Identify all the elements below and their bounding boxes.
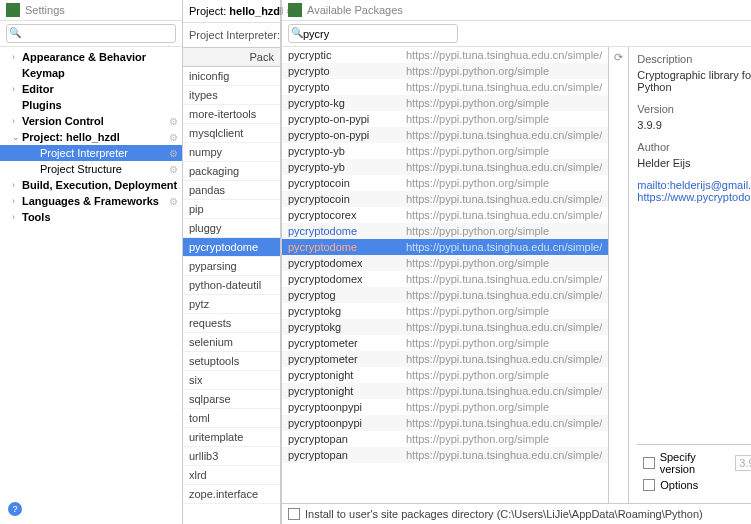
installed-package-row[interactable]: toml (183, 409, 280, 428)
settings-search-row: 🔍 (0, 21, 182, 47)
result-row[interactable]: pycryptometerhttps://pypi.python.org/sim… (282, 335, 608, 351)
installed-package-row[interactable]: uritemplate (183, 428, 280, 447)
author-email-link[interactable]: mailto:helderijs@gmail.com (637, 179, 751, 191)
installed-package-row[interactable]: pluggy (183, 219, 280, 238)
settings-title: Settings (25, 4, 65, 16)
result-row[interactable]: pycryptoonpypihttps://pypi.tuna.tsinghua… (282, 415, 608, 431)
installed-package-row[interactable]: pip (183, 200, 280, 219)
result-url: https://pypi.tuna.tsinghua.edu.cn/simple… (406, 273, 602, 285)
tree-item-project-structure[interactable]: Project Structure⚙ (0, 161, 182, 177)
tree-item-editor[interactable]: ›Editor (0, 81, 182, 97)
installed-package-row[interactable]: pytz (183, 295, 280, 314)
result-url: https://pypi.tuna.tsinghua.edu.cn/simple… (406, 161, 602, 173)
result-row[interactable]: pycryptohttps://pypi.tuna.tsinghua.edu.c… (282, 79, 608, 95)
result-url: https://pypi.tuna.tsinghua.edu.cn/simple… (406, 129, 602, 141)
result-row[interactable]: pycryptodomexhttps://pypi.python.org/sim… (282, 255, 608, 271)
result-url: https://pypi.python.org/simple (406, 177, 602, 189)
available-search-input[interactable] (288, 24, 458, 43)
result-row[interactable]: pycrypto-on-pypihttps://pypi.python.org/… (282, 111, 608, 127)
installed-package-row[interactable]: urllib3 (183, 447, 280, 466)
specify-version-input[interactable] (735, 455, 751, 471)
install-options: Specify version Options (637, 444, 751, 497)
result-name: pycryptodomex (288, 257, 406, 269)
result-name: pycryptocoin (288, 193, 406, 205)
installed-package-row[interactable]: mysqlclient (183, 124, 280, 143)
help-icon[interactable]: ? (8, 502, 22, 516)
tree-item-plugins[interactable]: Plugins (0, 97, 182, 113)
result-row[interactable]: pycryptometerhttps://pypi.tuna.tsinghua.… (282, 351, 608, 367)
installed-package-row[interactable]: pycryptodome (183, 238, 280, 257)
result-name: pycryptokg (288, 321, 406, 333)
tree-item-project-hello-hzdl[interactable]: ⌄Project: hello_hzdl⚙ (0, 129, 182, 145)
installed-package-row[interactable]: pandas (183, 181, 280, 200)
installed-package-row[interactable]: xlrd (183, 466, 280, 485)
tree-item-label: Build, Execution, Deployment (22, 179, 178, 191)
result-row[interactable]: pycryptodomehttps://pypi.python.org/simp… (282, 223, 608, 239)
version-value: 3.9.9 (637, 119, 751, 131)
results-list[interactable]: pycryptichttps://pypi.tuna.tsinghua.edu.… (282, 47, 609, 503)
tree-item-label: Project Interpreter (40, 147, 167, 159)
installed-package-row[interactable]: itypes (183, 86, 280, 105)
installed-package-row[interactable]: python-dateutil (183, 276, 280, 295)
tree-item-appearance-behavior[interactable]: ›Appearance & Behavior (0, 49, 182, 65)
result-name: pycryptodome (288, 241, 406, 253)
result-row[interactable]: pycryptoonpypihttps://pypi.python.org/si… (282, 399, 608, 415)
installed-package-row[interactable]: packaging (183, 162, 280, 181)
result-row[interactable]: pycrypto-kghttps://pypi.python.org/simpl… (282, 95, 608, 111)
installed-package-row[interactable]: setuptools (183, 352, 280, 371)
result-row[interactable]: pycryptodomexhttps://pypi.tuna.tsinghua.… (282, 271, 608, 287)
installed-package-row[interactable]: more-itertools (183, 105, 280, 124)
tree-item-build-execution-deployment[interactable]: ›Build, Execution, Deployment (0, 177, 182, 193)
result-row[interactable]: pycryptichttps://pypi.tuna.tsinghua.edu.… (282, 47, 608, 63)
result-name: pycryptodome (288, 225, 406, 237)
installed-package-row[interactable]: six (183, 371, 280, 390)
result-row[interactable]: pycrypto-ybhttps://pypi.tuna.tsinghua.ed… (282, 159, 608, 175)
chevron-icon: › (12, 180, 22, 190)
result-row[interactable]: pycrypto-ybhttps://pypi.python.org/simpl… (282, 143, 608, 159)
install-user-checkbox[interactable] (288, 508, 300, 520)
install-user-row: Install to user's site packages director… (282, 503, 751, 524)
tree-item-project-interpreter[interactable]: Project Interpreter⚙ (0, 145, 182, 161)
result-row[interactable]: pycryptopanhttps://pypi.python.org/simpl… (282, 431, 608, 447)
options-checkbox[interactable] (643, 479, 655, 491)
result-url: https://pypi.python.org/simple (406, 433, 602, 445)
refresh-icon[interactable]: ⟳ (614, 51, 623, 63)
tree-item-languages-frameworks[interactable]: ›Languages & Frameworks⚙ (0, 193, 182, 209)
result-name: pycryptog (288, 289, 406, 301)
result-name: pycryptoonpypi (288, 401, 406, 413)
installed-package-row[interactable]: numpy (183, 143, 280, 162)
specify-version-checkbox[interactable] (643, 457, 654, 469)
result-row[interactable]: pycryptocoinhttps://pypi.python.org/simp… (282, 175, 608, 191)
result-row[interactable]: pycryptonighthttps://pypi.python.org/sim… (282, 367, 608, 383)
result-row[interactable]: pycryptohttps://pypi.python.org/simple (282, 63, 608, 79)
installed-package-row[interactable]: zope.interface (183, 485, 280, 504)
result-row[interactable]: pycryptopanhttps://pypi.tuna.tsinghua.ed… (282, 447, 608, 463)
result-row[interactable]: pycryptocorexhttps://pypi.tuna.tsinghua.… (282, 207, 608, 223)
tree-item-tools[interactable]: ›Tools (0, 209, 182, 225)
settings-search-input[interactable] (6, 24, 176, 43)
available-packages-dialog: Available Packages 🔍 pycryptichttps://py… (281, 0, 751, 524)
installed-package-row[interactable]: requests (183, 314, 280, 333)
app-icon (288, 3, 302, 17)
installed-package-row[interactable]: selenium (183, 333, 280, 352)
tree-item-version-control[interactable]: ›Version Control⚙ (0, 113, 182, 129)
result-url: https://pypi.python.org/simple (406, 401, 602, 413)
result-row[interactable]: pycryptonighthttps://pypi.tuna.tsinghua.… (282, 383, 608, 399)
result-name: pycryptoonpypi (288, 417, 406, 429)
result-row[interactable]: pycryptodomehttps://pypi.tuna.tsinghua.e… (282, 239, 608, 255)
chevron-icon: › (12, 84, 22, 94)
installed-package-row[interactable]: iniconfig (183, 67, 280, 86)
project-panel: Project: hello_hzdl › Project Interprete… (183, 0, 281, 524)
installed-package-row[interactable]: pyparsing (183, 257, 280, 276)
tree-item-keymap[interactable]: Keymap (0, 65, 182, 81)
result-row[interactable]: pycrypto-on-pypihttps://pypi.tuna.tsingh… (282, 127, 608, 143)
installed-package-row[interactable]: sqlparse (183, 390, 280, 409)
gear-icon: ⚙ (169, 148, 178, 159)
result-row[interactable]: pycryptoghttps://pypi.tuna.tsinghua.edu.… (282, 287, 608, 303)
homepage-link[interactable]: https://www.pycryptodome.org (637, 191, 751, 203)
result-row[interactable]: pycryptokghttps://pypi.python.org/simple (282, 303, 608, 319)
result-row[interactable]: pycryptokghttps://pypi.tuna.tsinghua.edu… (282, 319, 608, 335)
result-url: https://pypi.tuna.tsinghua.edu.cn/simple… (406, 385, 602, 397)
result-row[interactable]: pycryptocoinhttps://pypi.tuna.tsinghua.e… (282, 191, 608, 207)
chevron-icon: › (12, 52, 22, 62)
